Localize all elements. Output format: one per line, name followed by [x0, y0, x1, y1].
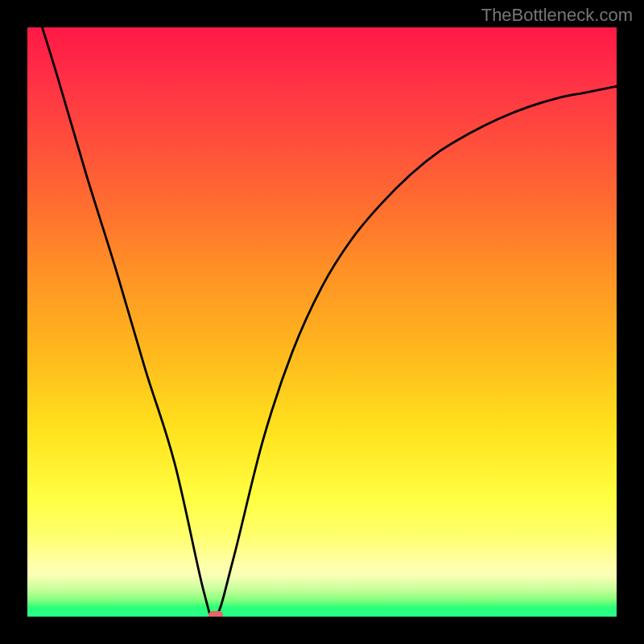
- curve-path: [27, 27, 617, 617]
- watermark-text: TheBottleneck.com: [481, 5, 633, 26]
- minimum-marker: [208, 611, 223, 617]
- bottleneck-curve: [27, 27, 617, 617]
- plot-area: [27, 27, 617, 617]
